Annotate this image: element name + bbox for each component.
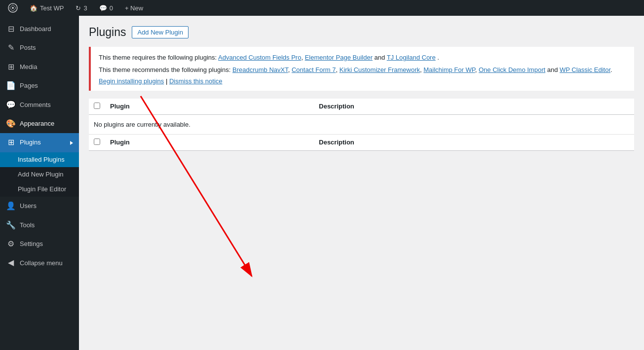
no-plugins-row: No plugins are currently available. <box>89 114 634 134</box>
plugin-link-breadcrumb[interactable]: Breadcrumb NavXT <box>232 66 288 73</box>
table-footer-description: Description <box>314 134 634 150</box>
home-icon: 🏠 <box>30 4 38 12</box>
table-header-description: Description <box>314 99 634 115</box>
svg-point-1 <box>12 7 14 9</box>
sidebar-item-tools[interactable]: 🔧 Tools <box>0 216 79 235</box>
plugins-arrow-icon <box>70 141 73 145</box>
notice-required-line: This theme requires the following plugin… <box>99 53 626 63</box>
table-header-row: Plugin Description <box>89 99 634 115</box>
topbar-new[interactable]: + New <box>123 4 145 12</box>
sidebar-subitem-add-new-plugin[interactable]: Add New Plugin <box>0 167 79 182</box>
topbar-updates[interactable]: ↻ 3 <box>74 4 89 12</box>
plugins-submenu: Installed Plugins Add New Plugin Plugin … <box>0 152 79 197</box>
table-header-plugin: Plugin <box>105 99 314 115</box>
top-bar: 🏠 Test WP ↻ 3 💬 0 + New <box>0 0 644 16</box>
table-footer-plugin: Plugin <box>105 134 314 150</box>
page-title: Plugins <box>89 26 126 39</box>
begin-installing-link[interactable]: Begin installing plugins <box>99 77 164 85</box>
plugins-icon: ⊞ <box>6 137 16 148</box>
plugin-link-kirki[interactable]: Kirki Customizer Framework <box>340 66 420 73</box>
notice-recommended-line: This theme recommends the following plug… <box>99 65 626 75</box>
main-content: Plugins Add New Plugin This theme requir… <box>79 16 644 350</box>
no-plugins-text: No plugins are currently available. <box>89 114 634 134</box>
sidebar-subitem-installed-plugins[interactable]: Installed Plugins <box>0 152 79 167</box>
sidebar-item-appearance[interactable]: 🎨 Appearance <box>0 114 79 133</box>
tools-icon: 🔧 <box>6 220 16 231</box>
plugin-link-tj[interactable]: TJ Logiland Core <box>387 54 436 61</box>
comments-sidebar-icon: 💬 <box>6 100 16 110</box>
topbar-comments[interactable]: 💬 0 <box>97 4 115 12</box>
settings-icon: ⚙ <box>6 239 16 249</box>
layout: ⊟ Dashboard ✎ Posts ⊞ Media 📄 Pages 💬 Co… <box>0 16 644 350</box>
select-all-footer-checkbox[interactable] <box>94 139 100 145</box>
dashboard-icon: ⊟ <box>6 24 16 35</box>
sidebar-subitem-plugin-file-editor[interactable]: Plugin File Editor <box>0 182 79 197</box>
table-header-checkbox <box>89 99 105 115</box>
add-new-plugin-button[interactable]: Add New Plugin <box>132 26 189 38</box>
pages-icon: 📄 <box>6 80 16 91</box>
sidebar-item-pages[interactable]: 📄 Pages <box>0 76 79 95</box>
media-icon: ⊞ <box>6 62 16 72</box>
plugin-link-elementor[interactable]: Elementor Page Builder <box>305 54 373 61</box>
plugin-link-cf7[interactable]: Contact Form 7 <box>292 66 336 73</box>
topbar-site-name[interactable]: 🏠 Test WP <box>28 4 66 12</box>
sidebar-item-settings[interactable]: ⚙ Settings <box>0 235 79 253</box>
table-footer-checkbox <box>89 134 105 150</box>
collapse-icon: ◀ <box>6 257 16 268</box>
sidebar-item-posts[interactable]: ✎ Posts <box>0 38 79 57</box>
plugin-link-ocdi[interactable]: One Click Demo Import <box>479 66 545 73</box>
plugins-table: Plugin Description No plugins are curren… <box>89 99 634 151</box>
sidebar-item-users[interactable]: 👤 Users <box>0 197 79 215</box>
plugin-link-mailchimp[interactable]: Mailchimp For WP <box>423 66 475 73</box>
dismiss-notice-link[interactable]: Dismiss this notice <box>169 77 223 85</box>
select-all-checkbox[interactable] <box>94 103 100 109</box>
wp-logo[interactable] <box>6 3 20 13</box>
sidebar: ⊟ Dashboard ✎ Posts ⊞ Media 📄 Pages 💬 Co… <box>0 16 79 350</box>
sidebar-item-comments[interactable]: 💬 Comments <box>0 96 79 114</box>
updates-icon: ↻ <box>76 4 81 12</box>
posts-icon: ✎ <box>6 42 16 53</box>
sidebar-item-plugins[interactable]: ⊞ Plugins <box>0 133 79 152</box>
table-footer-row: Plugin Description <box>89 134 634 150</box>
notice-actions: Begin installing plugins | Dismiss this … <box>99 77 626 85</box>
sidebar-item-media[interactable]: ⊞ Media <box>0 58 79 76</box>
appearance-icon: 🎨 <box>6 118 16 129</box>
plugin-link-wpce[interactable]: WP Classic Editor <box>560 66 610 73</box>
sidebar-item-dashboard[interactable]: ⊟ Dashboard <box>0 20 79 38</box>
users-icon: 👤 <box>6 201 16 211</box>
page-header: Plugins Add New Plugin <box>89 26 634 39</box>
comments-icon: 💬 <box>99 4 107 12</box>
plugin-link-acf[interactable]: Advanced Custom Fields Pro <box>218 54 301 61</box>
sidebar-item-collapse[interactable]: ◀ Collapse menu <box>0 253 79 272</box>
plugin-notice: This theme requires the following plugin… <box>89 47 634 91</box>
